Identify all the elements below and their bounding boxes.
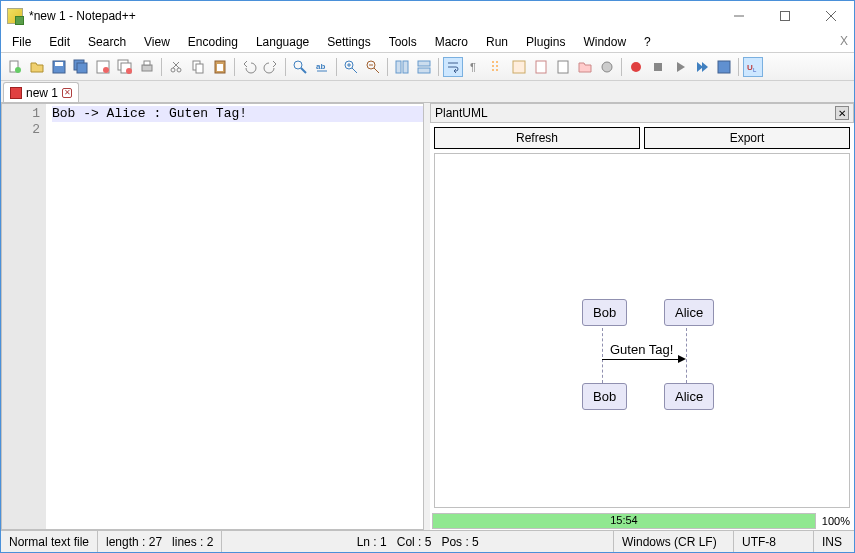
svg-rect-24 bbox=[217, 64, 223, 71]
play-multi-icon[interactable] bbox=[692, 57, 712, 77]
folder-icon[interactable] bbox=[575, 57, 595, 77]
menubar-close-icon[interactable]: X bbox=[840, 34, 848, 48]
lifeline bbox=[602, 328, 603, 383]
replace-icon[interactable]: ab bbox=[312, 57, 332, 77]
status-eol[interactable]: Windows (CR LF) bbox=[614, 531, 734, 552]
close-file-icon[interactable] bbox=[93, 57, 113, 77]
svg-point-5 bbox=[15, 67, 21, 73]
svg-point-17 bbox=[171, 68, 175, 72]
save-icon[interactable] bbox=[49, 57, 69, 77]
zoom-out-icon[interactable] bbox=[363, 57, 383, 77]
record-icon[interactable] bbox=[626, 57, 646, 77]
lifeline bbox=[686, 328, 687, 383]
cut-icon[interactable] bbox=[166, 57, 186, 77]
svg-line-33 bbox=[374, 68, 379, 73]
window-title: *new 1 - Notepad++ bbox=[29, 9, 716, 23]
editor-pane: 1 2 Bob -> Alice : Guten Tag! bbox=[1, 103, 424, 530]
title-bar: *new 1 - Notepad++ bbox=[1, 1, 854, 31]
func-list-icon[interactable] bbox=[553, 57, 573, 77]
open-file-icon[interactable] bbox=[27, 57, 47, 77]
stop-icon[interactable] bbox=[648, 57, 668, 77]
menu-tools[interactable]: Tools bbox=[380, 33, 426, 51]
doc-map-icon[interactable] bbox=[531, 57, 551, 77]
undo-icon[interactable] bbox=[239, 57, 259, 77]
plantuml-panel: PlantUML ✕ Refresh Export Bob Alice Gute… bbox=[430, 103, 854, 530]
menu-file[interactable]: File bbox=[3, 33, 40, 51]
code-line[interactable]: Bob -> Alice : Guten Tag! bbox=[52, 106, 423, 122]
menu-run[interactable]: Run bbox=[477, 33, 517, 51]
svg-line-29 bbox=[352, 68, 357, 73]
export-button[interactable]: Export bbox=[644, 127, 850, 149]
svg-line-26 bbox=[301, 68, 306, 73]
text-editor[interactable]: 1 2 Bob -> Alice : Guten Tag! bbox=[2, 104, 423, 529]
menu-search[interactable]: Search bbox=[79, 33, 135, 51]
status-length: length : 27 lines : 2 bbox=[98, 531, 222, 552]
svg-rect-44 bbox=[558, 61, 568, 73]
diagram-view[interactable]: Bob Alice Guten Tag! Bob Alice bbox=[434, 153, 850, 508]
plantuml-icon[interactable]: UL bbox=[743, 57, 763, 77]
minimize-button[interactable] bbox=[716, 1, 762, 31]
monitor-icon[interactable] bbox=[597, 57, 617, 77]
menu-encoding[interactable]: Encoding bbox=[179, 33, 247, 51]
menu-view[interactable]: View bbox=[135, 33, 179, 51]
tab-bar: new 1 ✕ bbox=[1, 81, 854, 103]
maximize-button[interactable] bbox=[762, 1, 808, 31]
find-icon[interactable] bbox=[290, 57, 310, 77]
menu-bar: File Edit Search View Encoding Language … bbox=[1, 31, 854, 53]
svg-text:ab: ab bbox=[316, 62, 325, 71]
svg-point-18 bbox=[177, 68, 181, 72]
diagram-actor-alice-bottom: Alice bbox=[664, 383, 714, 410]
indent-guide-icon[interactable] bbox=[487, 57, 507, 77]
menu-settings[interactable]: Settings bbox=[318, 33, 379, 51]
plugin-close-icon[interactable]: ✕ bbox=[835, 106, 849, 120]
menu-language[interactable]: Language bbox=[247, 33, 318, 51]
progress-bar: 15:54 bbox=[432, 513, 816, 529]
tab-new1[interactable]: new 1 ✕ bbox=[3, 82, 79, 102]
sync-v-icon[interactable] bbox=[392, 57, 412, 77]
print-icon[interactable] bbox=[137, 57, 157, 77]
close-button[interactable] bbox=[808, 1, 854, 31]
udl-icon[interactable] bbox=[509, 57, 529, 77]
plugin-status-bar: 15:54 100% bbox=[430, 512, 854, 530]
redo-icon[interactable] bbox=[261, 57, 281, 77]
svg-rect-37 bbox=[418, 61, 430, 66]
arrow-icon bbox=[602, 359, 680, 360]
sync-h-icon[interactable] bbox=[414, 57, 434, 77]
svg-point-45 bbox=[602, 62, 612, 72]
svg-rect-38 bbox=[418, 68, 430, 73]
menu-macro[interactable]: Macro bbox=[426, 33, 477, 51]
copy-icon[interactable] bbox=[188, 57, 208, 77]
show-all-chars-icon[interactable]: ¶ bbox=[465, 57, 485, 77]
tab-close-icon[interactable]: ✕ bbox=[62, 88, 72, 98]
wordwrap-icon[interactable] bbox=[443, 57, 463, 77]
menu-window[interactable]: Window bbox=[574, 33, 635, 51]
svg-rect-22 bbox=[196, 64, 203, 73]
menu-edit[interactable]: Edit bbox=[40, 33, 79, 51]
svg-rect-42 bbox=[513, 61, 525, 73]
paste-icon[interactable] bbox=[210, 57, 230, 77]
save-macro-icon[interactable] bbox=[714, 57, 734, 77]
menu-help[interactable]: ? bbox=[635, 33, 660, 51]
svg-text:¶: ¶ bbox=[470, 61, 476, 73]
new-file-icon[interactable] bbox=[5, 57, 25, 77]
zoom-in-icon[interactable] bbox=[341, 57, 361, 77]
status-filetype: Normal text file bbox=[1, 531, 98, 552]
play-icon[interactable] bbox=[670, 57, 690, 77]
svg-rect-9 bbox=[77, 63, 87, 73]
svg-rect-47 bbox=[654, 63, 662, 71]
diagram-actor-bob-bottom: Bob bbox=[582, 383, 627, 410]
tab-label: new 1 bbox=[26, 86, 58, 100]
code-area[interactable]: Bob -> Alice : Guten Tag! bbox=[46, 104, 423, 529]
status-encoding[interactable]: UTF-8 bbox=[734, 531, 814, 552]
refresh-button[interactable]: Refresh bbox=[434, 127, 640, 149]
status-ins[interactable]: INS bbox=[814, 531, 854, 552]
svg-point-46 bbox=[631, 62, 641, 72]
svg-rect-48 bbox=[718, 61, 730, 73]
svg-point-25 bbox=[294, 61, 302, 69]
menu-plugins[interactable]: Plugins bbox=[517, 33, 574, 51]
arrowhead-icon bbox=[678, 355, 686, 363]
svg-rect-1 bbox=[781, 12, 790, 21]
svg-rect-16 bbox=[144, 61, 150, 65]
close-all-icon[interactable] bbox=[115, 57, 135, 77]
save-all-icon[interactable] bbox=[71, 57, 91, 77]
